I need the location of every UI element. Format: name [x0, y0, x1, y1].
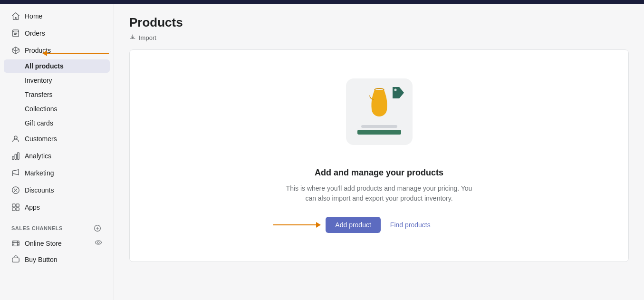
import-label: Import — [139, 34, 156, 41]
svg-marker-6 — [13, 170, 19, 175]
analytics-icon — [11, 152, 20, 160]
svg-rect-5 — [18, 153, 19, 159]
illustration-card — [346, 78, 413, 145]
sidebar-item-home[interactable]: Home — [4, 8, 110, 24]
empty-state-actions: Add product Find products — [326, 217, 432, 233]
marketing-icon — [11, 169, 20, 177]
buy-button-icon — [11, 255, 20, 264]
page-title: Products — [129, 15, 629, 30]
svg-rect-3 — [12, 156, 14, 159]
home-icon — [11, 12, 20, 20]
svg-point-2 — [14, 136, 17, 139]
discounts-icon — [11, 186, 20, 194]
sidebar-item-discounts-label: Discounts — [25, 186, 54, 194]
svg-point-9 — [16, 191, 17, 192]
svg-rect-4 — [15, 154, 17, 159]
svg-rect-13 — [16, 208, 19, 211]
sidebar-item-marketing[interactable]: Marketing — [4, 165, 110, 181]
find-products-button[interactable]: Find products — [388, 217, 433, 233]
page-header: Products Import — [129, 15, 629, 42]
sidebar-item-analytics-label: Analytics — [25, 152, 51, 160]
empty-state-title: Add and manage your products — [315, 168, 443, 178]
svg-point-19 — [394, 89, 396, 91]
sidebar-sub-label-gift-cards: Gift cards — [25, 119, 53, 127]
sidebar-sub-item-collections[interactable]: Collections — [4, 102, 110, 116]
apps-icon — [11, 203, 20, 212]
empty-state-illustration — [341, 78, 417, 155]
orders-icon — [11, 29, 20, 38]
sidebar-item-online-store[interactable]: Online Store — [4, 235, 110, 251]
svg-rect-11 — [16, 204, 19, 207]
sidebar: Home Orders Products — [0, 4, 114, 300]
sidebar-item-marketing-label: Marketing — [25, 169, 54, 177]
sales-channels-add-button[interactable] — [93, 223, 102, 233]
sidebar-sub-item-all-products[interactable]: All products — [4, 59, 110, 73]
sidebar-item-buy-button[interactable]: Buy Button — [4, 252, 110, 267]
top-bar — [0, 0, 644, 4]
sidebar-item-apps-label: Apps — [25, 203, 40, 211]
sidebar-sub-item-transfers[interactable]: Transfers — [4, 88, 110, 101]
online-store-eye-icon[interactable] — [95, 239, 102, 248]
online-store-label: Online Store — [25, 240, 62, 247]
sidebar-item-orders-label: Orders — [25, 29, 45, 37]
sidebar-item-customers[interactable]: Customers — [4, 131, 110, 147]
svg-point-16 — [96, 241, 102, 244]
products-icon — [11, 46, 20, 55]
sidebar-sub-label-transfers: Transfers — [25, 91, 53, 98]
empty-state-description: This is where you'll add products and ma… — [284, 184, 474, 203]
sidebar-sub-label-collections: Collections — [25, 105, 57, 113]
svg-rect-15 — [12, 241, 19, 246]
sidebar-item-discounts[interactable]: Discounts — [4, 182, 110, 198]
sidebar-sub-label-all-products: All products — [25, 62, 64, 70]
svg-rect-10 — [12, 204, 15, 207]
tag-illustration — [391, 85, 406, 100]
sidebar-item-orders[interactable]: Orders — [4, 25, 110, 41]
svg-point-8 — [14, 189, 15, 190]
sidebar-item-customers-label: Customers — [25, 135, 57, 143]
sales-channels-title: SALES CHANNELS — [11, 225, 63, 231]
customers-icon — [11, 135, 20, 143]
svg-point-17 — [97, 242, 99, 243]
sidebar-item-products-label: Products — [25, 47, 51, 54]
online-store-icon — [11, 239, 20, 248]
sidebar-item-products[interactable]: Products — [4, 42, 110, 58]
sidebar-sub-item-inventory[interactable]: Inventory — [4, 74, 110, 87]
sidebar-item-apps[interactable]: Apps — [4, 199, 110, 215]
empty-state-card: Add and manage your products This is whe… — [129, 49, 629, 262]
sidebar-sub-item-gift-cards[interactable]: Gift cards — [4, 116, 110, 130]
sales-channels-header: SALES CHANNELS — [4, 218, 110, 235]
main-content: Products Import — [114, 4, 644, 300]
vase-illustration — [366, 86, 393, 120]
import-icon — [129, 34, 136, 42]
action-arrow — [273, 222, 321, 228]
buy-button-label: Buy Button — [25, 256, 58, 263]
sidebar-sub-label-inventory: Inventory — [25, 77, 52, 84]
add-product-button[interactable]: Add product — [326, 217, 381, 233]
import-link[interactable]: Import — [129, 34, 629, 42]
sidebar-item-analytics[interactable]: Analytics — [4, 148, 110, 164]
svg-rect-18 — [12, 258, 19, 262]
sidebar-item-home-label: Home — [25, 12, 42, 20]
svg-rect-12 — [12, 208, 15, 211]
